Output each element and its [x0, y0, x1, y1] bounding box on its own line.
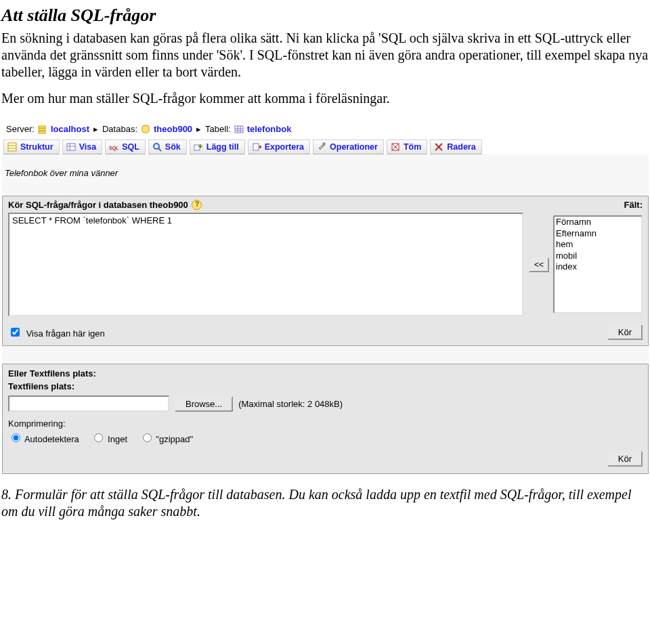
database-icon — [140, 125, 151, 134]
bc-server-link[interactable]: localhost — [51, 124, 89, 134]
tab-tom[interactable]: Töm — [387, 139, 427, 154]
field-option[interactable]: hem — [555, 239, 641, 251]
tab-label: Radera — [447, 142, 475, 152]
operations-icon — [316, 142, 327, 152]
tab-label: Operationer — [330, 142, 378, 152]
bc-database-link[interactable]: theob900 — [154, 124, 192, 134]
bc-table-link[interactable]: telefonbok — [247, 124, 292, 134]
insert-field-button[interactable]: << — [529, 257, 549, 272]
field-option[interactable]: mobil — [555, 251, 641, 262]
or-file-label: Eller Textfilens plats: — [8, 368, 643, 379]
max-size-note: (Maximal storlek: 2 048kB) — [238, 399, 343, 409]
server-icon — [37, 125, 48, 134]
svg-rect-9 — [8, 143, 16, 151]
bc-database-label: Databas: — [102, 124, 137, 134]
tab-sok[interactable]: Sök — [148, 139, 187, 154]
svg-rect-21 — [253, 144, 259, 150]
breadcrumb: Server: localhost ▸ Databas: theob900 ▸ … — [2, 120, 649, 139]
empty-icon — [390, 142, 401, 152]
table-comment: Telefonbok över mina vänner — [5, 168, 646, 178]
bc-table-label: Tabell: — [205, 124, 231, 134]
sql-query-panel: Kör SQL-fråga/frågor i databasen theob90… — [2, 196, 649, 346]
structure-icon — [7, 142, 18, 152]
body-paragraph-1: En sökning i databasen kan göras på fler… — [1, 30, 649, 81]
tab-bar: Struktur Visa SQL SQL Sök Lägg till Expo… — [2, 139, 649, 154]
svg-line-17 — [158, 148, 161, 151]
tab-struktur[interactable]: Struktur — [3, 139, 60, 154]
figure-caption: 8. Formulär för att ställa SQL-frågor ti… — [1, 486, 649, 520]
tab-exportera[interactable]: Exportera — [248, 139, 310, 154]
run-query-button[interactable]: Kör — [607, 324, 643, 340]
radio-none[interactable]: Inget — [91, 434, 127, 444]
sql-icon: SQL — [108, 142, 119, 152]
field-option[interactable]: Förnamn — [555, 217, 641, 228]
bc-separator: ▸ — [195, 124, 202, 134]
svg-rect-22 — [323, 143, 325, 145]
svg-point-16 — [154, 144, 159, 149]
sql-panel-title: Kör SQL-fråga/frågor i databasen theob90… — [8, 200, 188, 210]
sql-file-panel: Eller Textfilens plats: Textfilens plats… — [2, 364, 649, 474]
show-again-input[interactable] — [11, 328, 20, 337]
tab-sql[interactable]: SQL SQL — [105, 139, 146, 154]
compression-label: Komprimering: — [8, 418, 643, 429]
help-icon[interactable]: ? — [192, 200, 202, 210]
radio-autodetect[interactable]: Autodetektera — [8, 434, 79, 444]
insert-icon — [193, 142, 204, 152]
tab-label: Töm — [404, 142, 421, 152]
tab-label: Struktur — [20, 142, 53, 152]
fields-label: Fält: — [624, 200, 643, 210]
tab-label: Lägg till — [207, 142, 239, 152]
svg-rect-4 — [235, 126, 243, 133]
file-location-label: Textfilens plats: — [8, 381, 643, 391]
run-file-button[interactable]: Kör — [607, 451, 643, 467]
browse-icon — [66, 142, 77, 152]
browse-button[interactable]: Browse... — [175, 396, 233, 412]
bc-separator: ▸ — [92, 124, 100, 134]
tab-operationer[interactable]: Operationer — [313, 139, 384, 154]
svg-rect-0 — [39, 126, 45, 128]
tab-radera[interactable]: Radera — [430, 139, 481, 154]
file-path-input[interactable] — [8, 395, 169, 412]
tab-label: SQL — [122, 142, 139, 152]
bc-server-label: Server: — [6, 124, 35, 134]
body-paragraph-2: Mer om hur man ställer SQL-frågor kommer… — [1, 90, 649, 107]
tab-visa[interactable]: Visa — [62, 139, 103, 154]
show-again-label: Visa frågan här igen — [26, 328, 105, 339]
search-icon — [152, 142, 162, 152]
svg-rect-1 — [39, 129, 45, 131]
svg-rect-2 — [39, 131, 45, 133]
fields-list[interactable]: Förnamn Efternamn hem mobil index — [553, 215, 643, 314]
table-icon — [234, 125, 244, 134]
svg-rect-12 — [67, 144, 75, 150]
section-heading: Att ställa SQL-frågor — [1, 5, 649, 26]
field-option[interactable]: index — [555, 261, 641, 273]
drop-icon — [433, 142, 444, 152]
export-icon — [251, 142, 262, 152]
tab-laggtill[interactable]: Lägg till — [190, 139, 245, 154]
show-again-checkbox[interactable]: Visa frågan här igen — [8, 326, 105, 339]
field-option[interactable]: Efternamn — [555, 228, 641, 240]
tab-label: Exportera — [265, 142, 304, 152]
radio-gzip[interactable]: "gzippad" — [139, 434, 193, 444]
svg-text:SQL: SQL — [109, 146, 118, 151]
phpmyadmin-panel: Server: localhost ▸ Databas: theob900 ▸ … — [1, 119, 649, 474]
tab-label: Sök — [165, 142, 181, 152]
tab-label: Visa — [79, 142, 97, 152]
sql-query-textarea[interactable] — [8, 213, 523, 316]
